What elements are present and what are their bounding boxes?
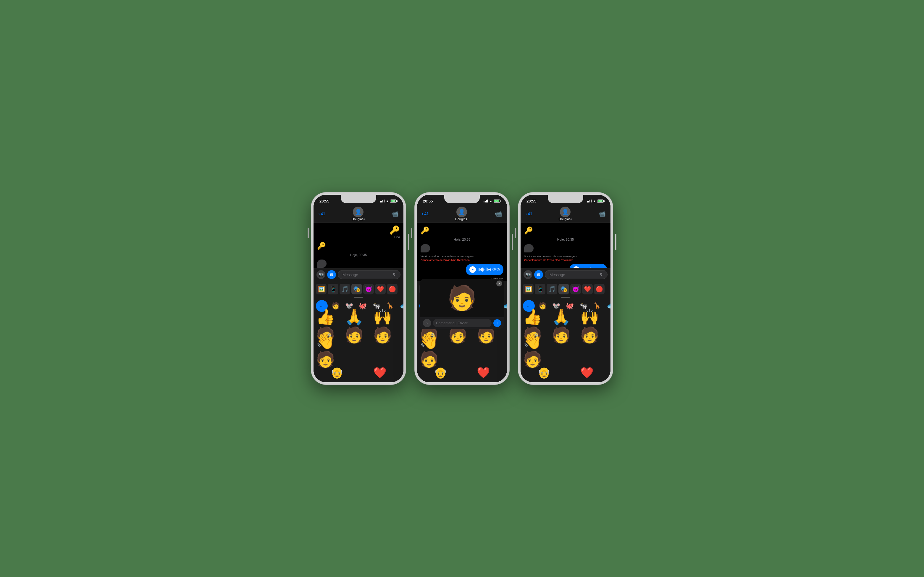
- nav-bar-2: ‹ 41 👤 Douglas › 📹: [417, 205, 507, 223]
- phone-1-frame: 20:55 ▲ 58: [311, 192, 406, 385]
- sticker-tab-heart-3[interactable]: ❤️: [582, 284, 593, 294]
- cancel-link-2[interactable]: Cancelamento de Envio Não Realizado: [421, 258, 470, 262]
- nav-chevron-1: ›: [364, 218, 365, 221]
- sticker-item-2[interactable]: 🙏🧑: [344, 314, 373, 338]
- status-time-2: 20:55: [423, 199, 433, 203]
- sticker-row2-3: 👴 ❤️: [520, 363, 611, 382]
- sticker-item-3-2[interactable]: 🙏🧑: [552, 314, 580, 338]
- camera-button-1[interactable]: 📷: [317, 270, 325, 279]
- back-count-2[interactable]: 41: [424, 211, 429, 216]
- video-call-icon-2[interactable]: 📹: [495, 210, 502, 217]
- sticker-tab-red-3[interactable]: 🔴: [594, 284, 604, 294]
- nav-bar-3: ‹ 41 👤 Douglas › 📹: [520, 205, 611, 223]
- battery-1: 58: [390, 200, 397, 203]
- popup-input-field-2[interactable]: Comentar ou Enviar: [433, 319, 491, 327]
- wifi-icon-1: ▲: [386, 199, 389, 203]
- video-call-icon-3[interactable]: 📹: [598, 210, 606, 217]
- key-msg-right-1: 🔑: [317, 225, 400, 235]
- sticker-item-2-4[interactable]: 👋🧑: [419, 338, 447, 362]
- messages-area-3: 🔑 Hoje, 20:35 Você cancelou o envio de u…: [520, 223, 611, 268]
- nav-chevron-3: ›: [571, 218, 572, 221]
- apps-button-1[interactable]: ⊞: [327, 270, 336, 279]
- input-bar-1: 📷 ⊞ iMessage 🎙: [313, 268, 404, 281]
- camera-button-3[interactable]: 📷: [523, 270, 532, 279]
- sticker-tab-apps-1[interactable]: 📱: [328, 284, 338, 294]
- input-placeholder-1: iMessage: [342, 272, 358, 277]
- sticker-tab-devil-1[interactable]: 😈: [363, 284, 374, 294]
- nav-avatar-3: 👤: [560, 206, 570, 217]
- sticker-row2-item-2[interactable]: ❤️: [359, 364, 401, 382]
- input-bar-3: 📷 ⊞ iMessage 🎙: [520, 268, 611, 281]
- sticker-divider-3: [561, 297, 570, 298]
- sticker-tab-devil-3[interactable]: 😈: [570, 284, 581, 294]
- sticker-tab-wave-3[interactable]: 🎵: [547, 284, 557, 294]
- popup-placeholder-2: Comentar ou Enviar: [436, 321, 468, 325]
- message-input-1[interactable]: iMessage 🎙: [338, 270, 401, 279]
- nav-avatar-1: 👤: [353, 206, 363, 217]
- signal-icon-1: [380, 200, 384, 203]
- msg-read-1: Lida: [317, 235, 400, 239]
- nav-back-2[interactable]: ‹ 41: [422, 211, 429, 216]
- cancel-text-3: Você cancelou o envio de uma mensagem. C…: [524, 254, 583, 262]
- key-emoji-left-1: 🔑: [317, 242, 326, 250]
- key-msg-left-2: 🔑: [421, 226, 503, 235]
- memoji-popup-2: ✕ 🧑 › Comentar ou Enviar ↑: [420, 279, 504, 329]
- mic-icon-3[interactable]: 🎙: [599, 272, 604, 277]
- sticker-tab-apps-3[interactable]: 📱: [535, 284, 545, 294]
- message-input-3[interactable]: iMessage 🎙: [545, 270, 607, 279]
- audio-pill-3[interactable]: ▶: [569, 264, 607, 268]
- back-count-1[interactable]: 41: [321, 211, 325, 216]
- popup-expand-button-2[interactable]: ›: [423, 319, 431, 327]
- sticker-tab-red-1[interactable]: 🔴: [387, 284, 397, 294]
- back-chevron-icon-2: ‹: [422, 211, 423, 216]
- back-count-3[interactable]: 41: [528, 211, 532, 216]
- play-button-2[interactable]: ▶: [469, 266, 476, 273]
- phone-2-frame: 20:55 ▲ 58: [415, 192, 509, 385]
- sticker-item-3-3[interactable]: 🙌🧑: [580, 314, 608, 338]
- audio-pill-2[interactable]: ▶: [466, 264, 503, 275]
- status-time-3: 20:55: [527, 199, 536, 203]
- cancel-link-3[interactable]: Cancelamento de Envio Não Realizado: [524, 258, 573, 262]
- sticker-tab-memoji-1[interactable]: 🎭: [351, 284, 362, 294]
- sticker-row2-item-2-2[interactable]: ❤️: [462, 364, 505, 382]
- sticker-row2-item-2-1[interactable]: 👴: [419, 364, 462, 382]
- key-msg-left-1: 🔑: [317, 242, 400, 250]
- sticker-item-3-4[interactable]: 👋🧑: [523, 338, 551, 362]
- sticker-tab-photos-1[interactable]: 🖼️: [316, 284, 326, 294]
- sticker-tab-heart-1[interactable]: ❤️: [375, 284, 386, 294]
- cancel-section-2: Você cancelou o envio de uma mensagem. C…: [421, 254, 503, 262]
- nav-center-1[interactable]: 👤 Douglas ›: [352, 206, 365, 221]
- sticker-row2-item-3-2[interactable]: ❤️: [566, 364, 608, 382]
- messages-area-2: 🔑 Hoje, 20:35 Você cancelou o envio de u…: [417, 223, 507, 281]
- apps-button-3[interactable]: ⊞: [534, 270, 543, 279]
- status-bar-1: 20:55 ▲ 58: [313, 195, 404, 205]
- sticker-item-4[interactable]: 👋🧑: [316, 338, 344, 362]
- apps-icon-3: ⊞: [537, 272, 540, 277]
- sticker-item-3[interactable]: 🙌🧑: [373, 314, 401, 338]
- sticker-row2-2: 👴 ❤️: [417, 363, 507, 382]
- nav-back-1[interactable]: ‹ 41: [318, 211, 325, 216]
- nav-center-3[interactable]: 👤 Douglas ›: [559, 206, 572, 221]
- sticker-tab-memoji-3[interactable]: 🎭: [559, 284, 569, 294]
- sticker-tab-photos-3[interactable]: 🖼️: [523, 284, 533, 294]
- audio-duration-2: 00:05: [493, 268, 500, 271]
- sticker-tab-wave-1[interactable]: 🎵: [339, 284, 350, 294]
- popup-close-button-2[interactable]: ✕: [496, 280, 502, 287]
- key-emoji-right-1: 🔑: [389, 225, 400, 235]
- phone-1: 20:55 ▲ 58: [311, 192, 406, 385]
- nav-center-2[interactable]: 👤 Douglas ›: [455, 206, 468, 221]
- popup-send-button-2[interactable]: ↑: [493, 319, 501, 327]
- sticker-row2-item-3-1[interactable]: 👴: [523, 364, 565, 382]
- apps-icon-1: ⊞: [330, 272, 333, 277]
- time-divider-2: Hoje, 20:35: [421, 238, 503, 241]
- sticker-grid-3: 👍🧑 🙏🧑 🙌🧑 👋🧑: [520, 313, 611, 363]
- mic-icon-1[interactable]: 🎙: [393, 272, 397, 277]
- nav-back-3[interactable]: ‹ 41: [525, 211, 532, 216]
- status-time-1: 20:55: [320, 199, 329, 203]
- video-call-icon-1[interactable]: 📹: [391, 210, 399, 217]
- sticker-row2-item-1[interactable]: 👴: [316, 364, 358, 382]
- sticker-panel-1: 🖼️ 📱 🎵 🎭 😈 ❤️ 🔴 ··· 🧑 🐭 🐙: [313, 281, 404, 382]
- battery-2: 58: [494, 200, 501, 203]
- status-bar-3: 20:55 ▲ 58: [520, 195, 611, 205]
- input-placeholder-3: iMessage: [549, 272, 565, 277]
